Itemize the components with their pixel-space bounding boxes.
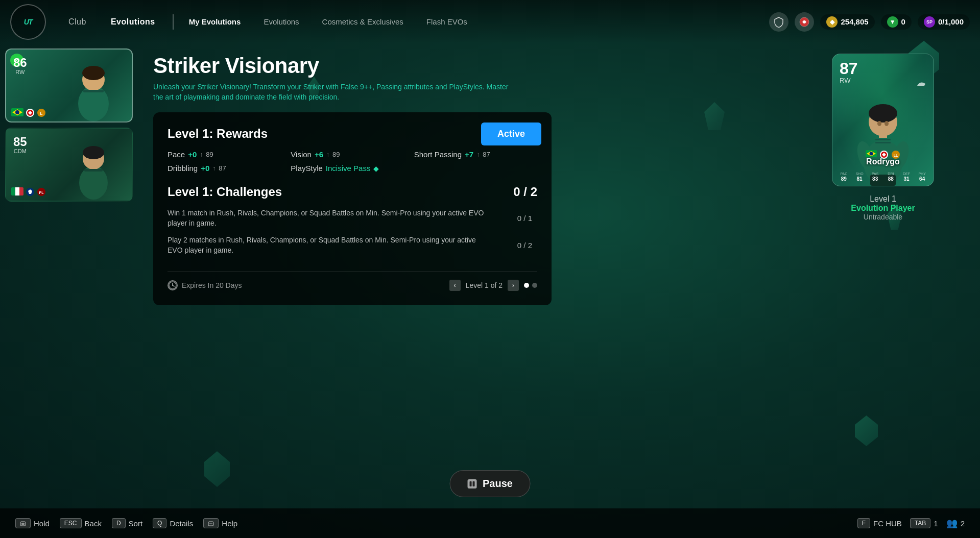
fchub-label: FC HUB xyxy=(873,519,902,528)
active-button[interactable]: Active xyxy=(481,123,541,145)
challenges-title: Level 1: Challenges xyxy=(168,185,282,199)
details-key: Q xyxy=(153,518,166,528)
subnav-my-evolutions[interactable]: My Evolutions xyxy=(179,13,251,30)
evo-untradeable-label: Untradeable xyxy=(851,213,915,221)
nav-club[interactable]: Club xyxy=(56,13,99,31)
stat-sho: SHO 81 xyxy=(852,172,867,182)
fchub-key: F xyxy=(857,518,870,528)
stat-pas-label: PAS xyxy=(872,172,879,176)
pause-icon xyxy=(467,479,476,488)
player-info-below: Level 1 Evolution Player Untradeable xyxy=(851,194,915,221)
currency-points: ▼ 0 xyxy=(881,14,912,30)
svg-point-33 xyxy=(869,104,897,123)
subnav-flash-evos[interactable]: Flash EVOs xyxy=(416,13,477,30)
logo-area: UT xyxy=(10,4,46,40)
card2-position: CDM xyxy=(13,148,27,154)
sort-key: D xyxy=(112,518,126,528)
reward-sp-boost: +7 xyxy=(465,150,473,159)
preview-rating: 87 xyxy=(840,60,858,77)
stat-pac-label: PAC xyxy=(840,172,847,176)
evo-status-label: Evolution Player xyxy=(851,204,915,213)
svg-rect-46 xyxy=(469,481,471,486)
reward-vision-value: 89 xyxy=(332,151,340,158)
big-card-flags: LL xyxy=(832,150,934,159)
help-key xyxy=(203,518,219,528)
back-label: Back xyxy=(85,519,102,528)
player-sidebar: ✓ 86 RW xyxy=(0,43,138,507)
level-indicator: ‹ Level 1 of 2 › xyxy=(449,280,537,291)
coins-value: 254,805 xyxy=(841,17,868,26)
help-label: Help xyxy=(222,519,237,528)
header: UT Club Evolutions My Evolutions Evoluti… xyxy=(0,0,980,43)
points-value: 0 xyxy=(901,17,905,26)
challenge-item-2: Play 2 matches in Rush, Rivals, Champion… xyxy=(168,235,537,255)
challenge-2-progress: 0 / 2 xyxy=(517,241,532,250)
control-details: Q Details xyxy=(153,518,193,528)
svg-rect-21 xyxy=(19,187,23,195)
subnav-cosmetics[interactable]: Cosmetics & Exclusives xyxy=(312,13,414,30)
points-icon: ▼ xyxy=(887,16,898,28)
svg-point-35 xyxy=(885,121,889,126)
reward-pace-value: 89 xyxy=(206,151,213,158)
back-key: ESC xyxy=(60,518,82,528)
p1-key: TAB xyxy=(910,518,930,528)
player-card-slot-2[interactable]: 85 CDM xyxy=(5,128,133,202)
control-p2: 👥 2 xyxy=(946,518,965,529)
svg-rect-36 xyxy=(875,139,891,140)
stat-pas: PAS 83 xyxy=(868,172,882,182)
reward-vision-boost: +6 xyxy=(315,150,323,159)
right-panel: 87 RW xyxy=(786,43,980,507)
control-sort: D Sort xyxy=(112,518,142,528)
reward-ps-icon: ◆ xyxy=(373,164,379,173)
svg-line-27 xyxy=(173,285,174,286)
level-prev-button[interactable]: ‹ xyxy=(449,280,461,291)
header-right: ◆ 254,805 ▼ 0 SP 0/1,000 xyxy=(769,12,970,32)
stat-pas-value: 83 xyxy=(872,176,878,182)
preview-position: RW xyxy=(840,77,858,84)
control-help: Help xyxy=(203,518,237,528)
svg-rect-49 xyxy=(21,523,25,525)
reward-drib-stat: Dribbling xyxy=(168,164,198,173)
page-title: Striker Visionary xyxy=(153,54,771,78)
control-p1: TAB 1 xyxy=(910,518,938,528)
stat-phy: PHY 64 xyxy=(915,172,929,182)
rewards-grid: Pace +0 ↑ 89 Vision +6 ↑ 89 Short Passin… xyxy=(168,150,537,173)
evo-panel: Active Level 1: Rewards Pace +0 ↑ 89 Vis… xyxy=(153,112,552,305)
coins-icon: ◆ xyxy=(826,16,838,28)
p1-value: 1 xyxy=(934,519,938,528)
reward-ps-stat: PlayStyle xyxy=(291,164,323,173)
logo: UT xyxy=(10,4,46,40)
svg-text:L: L xyxy=(40,111,43,116)
player-card-slot-1[interactable]: ✓ 86 RW xyxy=(5,48,133,123)
card1-rating: 86 xyxy=(13,57,27,69)
subnav-evolutions[interactable]: Evolutions xyxy=(253,13,309,30)
reward-sp-value: 87 xyxy=(483,151,490,158)
hold-label: Hold xyxy=(34,519,50,528)
pause-button[interactable]: Pause xyxy=(449,470,531,497)
challenge-2-text: Play 2 matches in Rush, Rivals, Champion… xyxy=(168,235,484,255)
reward-dribbling: Dribbling +0 ↑ 87 xyxy=(168,164,291,173)
level-next-button[interactable]: › xyxy=(508,280,519,291)
reward-pace-boost: +0 xyxy=(188,150,197,159)
challenge-1-progress: 0 / 1 xyxy=(517,214,532,223)
currency-sp: SP 0/1,000 xyxy=(918,14,970,30)
control-fchub: F FC HUB xyxy=(857,518,902,528)
big-card-rating: 87 RW xyxy=(840,60,858,84)
svg-point-34 xyxy=(877,121,881,126)
card1-flags: L xyxy=(11,108,46,117)
level-dot-2 xyxy=(532,283,537,288)
header-icon-flag[interactable] xyxy=(795,12,814,32)
svg-rect-7 xyxy=(83,90,104,92)
svg-rect-3 xyxy=(802,21,806,22)
reward-vision-stat: Vision xyxy=(291,150,312,159)
sub-nav: My Evolutions Evolutions Cosmetics & Exc… xyxy=(179,13,477,30)
page-subtitle: Unleash your Striker Visionary! Transfor… xyxy=(153,82,511,102)
svg-point-17 xyxy=(83,146,104,159)
header-icon-shield[interactable] xyxy=(769,12,788,32)
card2-rating: 85 xyxy=(13,136,27,148)
nav-evolutions[interactable]: Evolutions xyxy=(99,13,168,31)
bottom-bar: Hold ESC Back D Sort Q Details Help xyxy=(0,508,980,538)
challenge-1-text: Win 1 match in Rush, Rivals, Champions, … xyxy=(168,208,484,228)
nav-divider xyxy=(173,14,174,30)
card1-position: RW xyxy=(13,69,27,75)
